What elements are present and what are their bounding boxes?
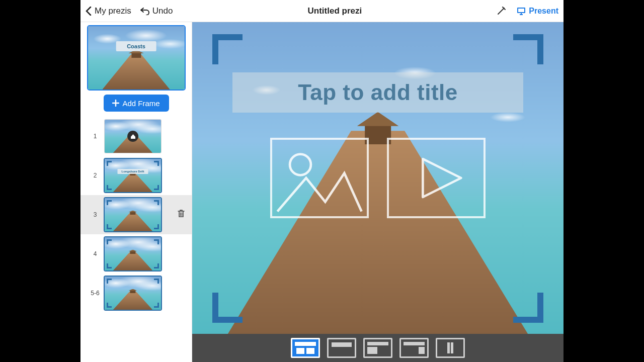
- frame-preview: [105, 198, 161, 231]
- frame-thumbnail[interactable]: 1: [80, 117, 192, 156]
- back-button[interactable]: My prezis: [86, 6, 131, 16]
- present-label: Present: [529, 7, 558, 16]
- frame-number: 5-6: [90, 290, 101, 297]
- frame-preview: [105, 277, 161, 310]
- frame-thumbnail[interactable]: 4: [80, 234, 192, 274]
- present-icon: [517, 7, 526, 15]
- frame-preview: [105, 120, 161, 153]
- video-placeholder[interactable]: [387, 138, 486, 218]
- layout-option-title[interactable]: [327, 338, 356, 358]
- back-label: My prezis: [95, 6, 131, 16]
- svg-rect-1: [518, 9, 524, 12]
- add-frame-button[interactable]: Add Frame: [104, 95, 169, 112]
- frame-number: 4: [90, 250, 101, 257]
- title-placeholder[interactable]: Tap to add title: [232, 72, 523, 113]
- layout-option-blank[interactable]: [399, 338, 429, 358]
- frame-thumbnail[interactable]: 3: [80, 195, 192, 234]
- present-button[interactable]: Present: [517, 7, 558, 16]
- frame-thumbnail[interactable]: 5-6: [80, 274, 192, 313]
- image-icon: [272, 140, 367, 216]
- delete-frame-button[interactable]: [178, 210, 185, 220]
- add-frame-label: Add Frame: [122, 99, 159, 108]
- plus-icon: [112, 100, 119, 107]
- overview-thumbnail[interactable]: Coasts: [88, 26, 185, 89]
- overview-label: Coasts: [116, 41, 156, 51]
- frame-number: 1: [90, 133, 101, 140]
- layout-option-media[interactable]: [363, 338, 392, 358]
- settings-icon[interactable]: [497, 7, 506, 16]
- undo-label: Undo: [152, 6, 173, 16]
- canvas-area[interactable]: Tap to add title: [192, 22, 564, 362]
- frame-preview: [105, 237, 161, 270]
- image-placeholder[interactable]: [270, 138, 369, 218]
- svg-point-2: [290, 154, 311, 175]
- layout-option-hero[interactable]: [291, 338, 320, 358]
- frame-sidebar: Coasts Add Frame 12Longshore Drift345-6: [80, 22, 192, 362]
- frame-number: 2: [90, 172, 101, 179]
- home-icon: [127, 131, 138, 142]
- document-title[interactable]: Untitled prezi: [173, 6, 497, 16]
- frame-preview: Longshore Drift: [105, 159, 161, 192]
- undo-button[interactable]: Undo: [140, 6, 173, 16]
- play-icon: [389, 140, 484, 216]
- layout-option-split[interactable]: [436, 338, 465, 358]
- trash-icon: [178, 210, 185, 218]
- frame-thumbnail[interactable]: 2Longshore Drift: [80, 156, 192, 195]
- frame-number: 3: [90, 211, 101, 218]
- layout-toolbar: [192, 334, 564, 362]
- chevron-left-icon: [86, 7, 92, 16]
- frame-label: Longshore Drift: [118, 169, 148, 174]
- undo-icon: [140, 7, 149, 15]
